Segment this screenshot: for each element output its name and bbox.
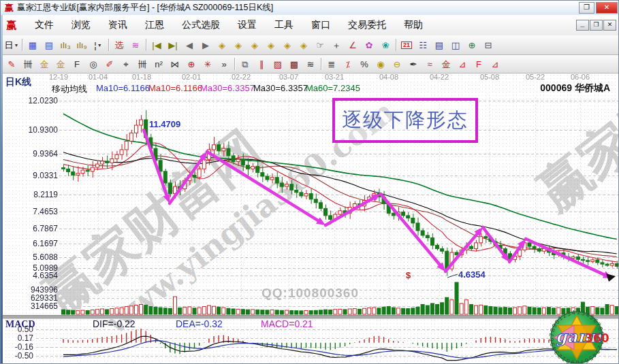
toolbar-separator [321, 58, 321, 70]
gann-comb-icon[interactable]: 卌 [20, 56, 36, 71]
spiral-icon[interactable]: ◎ [85, 56, 101, 71]
price-tick-7.4653: 7.4653 [2, 207, 58, 216]
minute-chart-9-icon[interactable]: ılı₉ [74, 37, 90, 52]
menu-item-工具[interactable]: 工具 [266, 17, 302, 32]
shift-left-icon[interactable]: ◈ [214, 37, 230, 52]
price-tick-8.2119: 8.2119 [2, 190, 58, 199]
toolbar-drawing: ✎卌金金F◎✐⌖卌n²⋈⊕✳»⧉∥▨▩≋≣⁒%◉⊖✒≈金⊿F⊿ [1, 55, 619, 73]
n-square-icon[interactable]: n² [150, 56, 167, 71]
date-tick-04-22: 04-22 [430, 73, 449, 81]
prev-bar-icon[interactable]: ◀ [181, 37, 197, 52]
flower-tool-icon[interactable]: ✿ [361, 37, 377, 52]
stock-code-name-label: 000069 华侨城A [540, 82, 610, 95]
formula-pick-icon[interactable]: 选 [111, 37, 127, 52]
date-tick-12-19: 12-19 [49, 73, 68, 81]
color-ribbon-icon[interactable]: ≋ [127, 37, 144, 52]
price-tick-9.9364: 9.9364 [2, 149, 58, 159]
time-comb-icon[interactable]: 卌 [134, 56, 150, 71]
gann-square-gold-icon[interactable]: 金 [36, 56, 52, 71]
marker-pen-icon[interactable]: ✐ [101, 56, 118, 71]
stats-icon[interactable]: ≣ [323, 56, 340, 71]
compass-icon[interactable]: ⌖ [118, 56, 134, 71]
ink-pen-icon[interactable]: ✒ [405, 56, 422, 71]
gann-square-gold2-icon[interactable]: 金 [52, 56, 69, 71]
gold-coin-icon[interactable]: ◉ [372, 56, 389, 71]
gann360-logo: 2345678901234567890123456789012345678901… [544, 310, 609, 364]
date-tick-05-08: 05-08 [480, 73, 499, 81]
window-restore-button[interactable]: ❐ [579, 2, 594, 14]
menu-item-帮助[interactable]: 帮助 [395, 17, 432, 32]
toolbar-separator [234, 58, 235, 70]
last-bar-icon[interactable]: ▶| [165, 37, 181, 52]
first-bar-icon[interactable]: |◀ [148, 37, 165, 52]
more-tools-icon[interactable]: » [216, 56, 232, 71]
save-icon[interactable]: ◫ [447, 37, 464, 52]
percent-retrace-icon[interactable]: ⁒ [340, 56, 356, 71]
menu-item-设置[interactable]: 设置 [229, 17, 266, 32]
child-restore-button[interactable]: ❐ [590, 20, 603, 31]
gold-angle-icon[interactable]: 金 [438, 56, 454, 71]
expand-all-icon[interactable]: ◈ [279, 37, 296, 52]
angle-x-icon[interactable]: ⊿ [487, 56, 503, 71]
wave-icon[interactable]: ≈ [422, 56, 438, 71]
menu-item-窗口[interactable]: 窗口 [302, 17, 339, 32]
menu-item-江恩[interactable]: 江恩 [136, 17, 173, 32]
price-tick-9.0331: 9.0331 [2, 171, 58, 180]
angle-j-icon[interactable]: ⊿ [454, 56, 471, 71]
date-tick-04-08: 04-08 [379, 73, 398, 81]
shell-tool-icon[interactable]: ❀ [377, 37, 394, 52]
window-title: 赢家江恩专业版[赢家内部服务平台] - [华侨城A SZ000069-115日K… [17, 2, 273, 14]
date-tick-03-21: 03-21 [325, 73, 344, 81]
ma-label-4: Ma60=7.2345 [306, 83, 360, 93]
price-tick-10.9300: 10.9300 [2, 125, 58, 135]
calendar-icon[interactable]: 21 [398, 37, 415, 52]
gold-split-icon[interactable]: ⊖ [389, 56, 405, 71]
fibonacci-grid-icon[interactable]: F [69, 56, 85, 71]
speed-lines-icon[interactable]: ≋ [302, 56, 319, 71]
mirror-icon[interactable]: ⋈ [167, 56, 183, 71]
child-minimize-button[interactable]: ＿ [576, 20, 589, 31]
percent-icon[interactable]: % [356, 56, 372, 71]
date-tick-02-22: 02-22 [232, 73, 251, 81]
box-select-icon[interactable]: ⧉ [237, 56, 253, 71]
dea-value-label: DEA=-0.32 [176, 318, 223, 329]
web-export-icon[interactable]: ⊕ [464, 37, 480, 52]
zoom-in-h-icon[interactable]: ◈ [263, 37, 279, 52]
draw-pen-icon[interactable]: ✎ [3, 56, 20, 71]
window-close-button[interactable]: ✕ [596, 2, 618, 14]
fan-lines-icon[interactable]: ∥ [253, 56, 270, 71]
pattern-annotation-text: 逐级下降形态 [342, 107, 469, 134]
macd-tick-0.17: 0.17 [2, 333, 33, 343]
dif-value-label: DIF=-0.22 [93, 318, 136, 329]
notes-icon[interactable]: ▤ [431, 37, 447, 52]
child-close-button[interactable]: ✕ [603, 20, 616, 31]
period-label: 日K线 [5, 76, 31, 88]
menu-item-文件[interactable]: 文件 [26, 17, 63, 32]
menu-item-浏览[interactable]: 浏览 [63, 17, 99, 32]
ma-label-1: Ma10=6.1166 [148, 83, 202, 93]
shaded-region-icon[interactable]: ▨ [270, 56, 286, 71]
menu-item-资讯[interactable]: 资讯 [99, 17, 136, 32]
next-bar-icon[interactable]: ▶ [197, 37, 214, 52]
compress-all-icon[interactable]: ◈ [296, 37, 312, 52]
minute-chart-3-icon[interactable]: ılı₃ [57, 37, 74, 52]
hand-tool-icon[interactable]: ☞ [312, 37, 328, 52]
angle-f-icon[interactable]: F [471, 56, 487, 71]
crosshair-icon[interactable]: ＋ [328, 37, 345, 52]
kline-period-icon[interactable]: 日▼ [3, 37, 20, 52]
quote-list-icon[interactable]: ▤ [41, 37, 57, 52]
star-burst-icon[interactable]: ✳ [200, 56, 216, 71]
hatched-region-icon[interactable]: ▩ [286, 56, 302, 71]
shift-right-icon[interactable]: ◈ [230, 37, 247, 52]
target-circle-icon[interactable]: ⊕ [183, 56, 200, 71]
trade-cart-icon[interactable]: ⊟ [480, 37, 496, 52]
calculator-icon[interactable]: ☷ [415, 37, 431, 52]
pattern-annotation-box[interactable]: 逐级下降形态 [332, 98, 478, 143]
candle-style-icon[interactable]: ¦▼ [90, 37, 106, 52]
zoom-out-h-icon[interactable]: ◈ [247, 37, 263, 52]
multi-window-icon[interactable]: ▦ [25, 37, 41, 52]
menu-item-交易委托[interactable]: 交易委托 [339, 17, 395, 32]
angle-tool-icon[interactable]: ∠ [345, 37, 361, 52]
menu-item-公式选股[interactable]: 公式选股 [173, 17, 229, 32]
date-tick-06-06: 06-06 [571, 73, 590, 81]
